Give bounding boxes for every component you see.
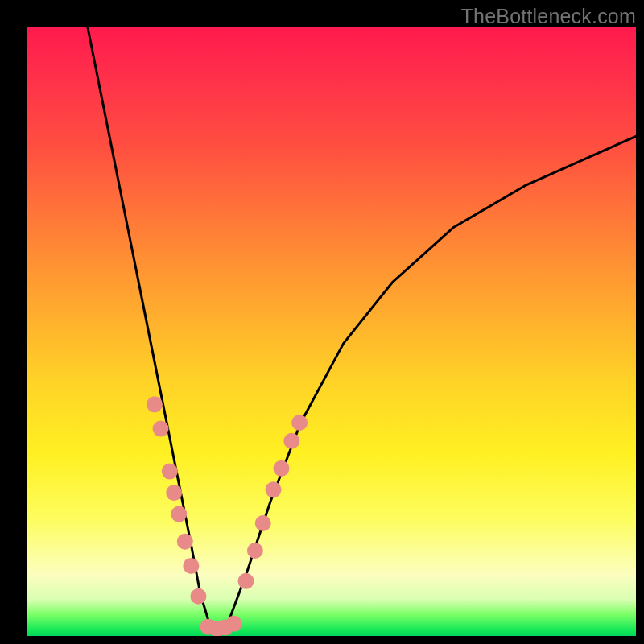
chart-svg [27,27,636,636]
data-marker [273,460,289,477]
data-marker [177,534,193,550]
chart-frame: TheBottleneck.com [0,0,644,644]
data-marker [291,415,308,431]
data-marker [247,543,263,559]
data-marker [225,616,242,632]
data-marker [153,421,169,437]
bottleneck-curve [88,27,636,636]
data-marker [171,506,187,522]
watermark-text: TheBottleneck.com [461,5,636,28]
data-marker [162,464,178,480]
data-marker [208,621,225,636]
data-marker [147,396,163,412]
data-marker [200,619,217,635]
data-marker [238,573,254,589]
data-marker [166,485,182,501]
curve-layer [88,27,636,636]
data-marker [190,588,206,605]
data-marker [255,515,271,531]
data-marker [266,481,282,497]
plot-area [27,27,636,636]
data-marker [217,619,233,635]
data-marker [183,558,199,574]
marker-layer [147,396,308,636]
data-marker [283,433,299,449]
